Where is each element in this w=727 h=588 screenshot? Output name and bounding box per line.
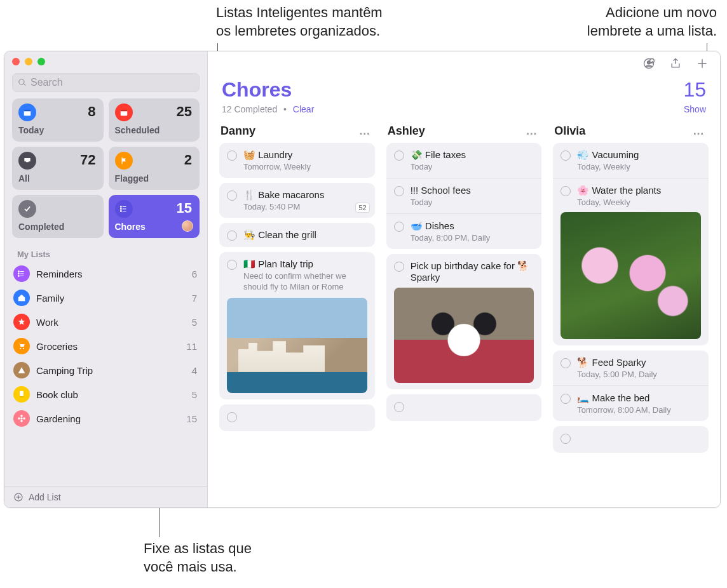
sidebar-list-item[interactable]: Camping Trip4 (4, 358, 207, 382)
add-list-button[interactable]: Add List (4, 486, 207, 507)
share-button[interactable] (669, 57, 682, 72)
checkbox[interactable] (227, 260, 237, 270)
calendar-today-icon (18, 104, 36, 121)
sidebar-list-label: Reminders (36, 269, 186, 279)
checkbox[interactable] (394, 150, 404, 161)
reminder-card[interactable]: 💸 File taxesToday (386, 143, 542, 178)
sidebar-list-item[interactable]: Gardening15 (4, 406, 207, 431)
reminder-card[interactable]: 🇮🇹 Plan Italy tripNeed to confirm whethe… (219, 252, 375, 399)
tray-icon (18, 152, 36, 170)
checkbox[interactable] (227, 190, 237, 201)
search-input[interactable]: Search (12, 73, 200, 92)
checkbox[interactable] (394, 402, 404, 412)
card-list: 🧺 LaundryTomorrow, Weekly🍴 Bake macarons… (219, 143, 375, 431)
smart-tile-completed[interactable]: Completed (12, 195, 104, 238)
reminder-card[interactable]: 🌸 Water the plantsToday, Weekly (553, 178, 709, 345)
smart-tile-flagged[interactable]: 2 Flagged (109, 147, 200, 190)
checkbox[interactable] (227, 150, 237, 161)
list-icon (115, 200, 133, 218)
reminder-card-group: 🐕 Feed SparkyToday, 5:00 PM, Daily🛏️ Mak… (553, 351, 709, 421)
shared-avatar-icon (182, 220, 193, 232)
minimize-window-button[interactable] (25, 58, 32, 65)
callout-add: Adicione um novo lembrete a uma lista. (526, 4, 717, 40)
sidebar-list-item[interactable]: Family7 (4, 286, 207, 310)
new-reminder-placeholder[interactable] (553, 426, 709, 453)
reminder-card[interactable]: 🐕 Feed SparkyToday, 5:00 PM, Daily (553, 351, 709, 385)
reminder-title: 🐕 Feed Sparky (577, 357, 646, 368)
smart-tile-label: Completed (18, 222, 97, 232)
reminder-card[interactable]: 🥣 DishesToday, 8:00 PM, Daily (386, 213, 542, 249)
reminder-card[interactable]: 🍴 Bake macaronsToday, 5:40 PM52 (219, 183, 375, 218)
reminder-card[interactable]: !!! School feesToday (386, 178, 542, 213)
sidebar-list-item[interactable]: Groceries11 (4, 334, 207, 358)
cart-icon (13, 338, 30, 354)
column: Olivia…💨 VacuumingToday, Weekly🌸 Water t… (553, 123, 709, 500)
share-people-button[interactable] (642, 57, 655, 72)
svg-point-18 (23, 417, 25, 420)
reminder-card[interactable]: 👨‍🍳 Clean the grill (219, 223, 375, 247)
reminder-card[interactable]: 💨 VacuumingToday, Weekly (553, 143, 709, 178)
smart-tile-today[interactable]: 8 Today (12, 98, 104, 142)
new-reminder-placeholder[interactable] (386, 394, 542, 421)
smart-tile-label: Flagged (115, 173, 194, 184)
checkbox[interactable] (561, 150, 571, 161)
sidebar-list-item[interactable]: Reminders6 (4, 262, 207, 286)
checkbox[interactable] (227, 412, 237, 422)
reminder-card[interactable]: 🛏️ Make the bedTomorrow, 8:00 AM, Daily (553, 385, 709, 421)
column-title: Ashley (388, 124, 425, 138)
column: Ashley…💸 File taxesToday!!! School feesT… (386, 123, 542, 500)
checkbox[interactable] (227, 231, 237, 241)
sidebar-list-count: 5 (192, 317, 197, 328)
checkmark-icon (18, 200, 36, 218)
column-more-button[interactable]: … (693, 124, 705, 138)
checkbox[interactable] (561, 434, 571, 444)
smart-tile-count: 2 (184, 152, 192, 168)
clear-completed-button[interactable]: Clear (293, 104, 314, 114)
sidebar-list-label: Book club (36, 389, 186, 400)
sidebar-list-count: 15 (186, 413, 197, 424)
svg-rect-12 (20, 391, 24, 396)
sidebar-list-label: Camping Trip (36, 365, 186, 376)
svg-point-14 (20, 417, 23, 420)
new-reminder-placeholder[interactable] (219, 404, 375, 431)
smart-tile-scheduled[interactable]: 25 Scheduled (109, 98, 200, 142)
smart-tile-all[interactable]: 72 All (12, 147, 104, 190)
svg-rect-1 (24, 110, 31, 111)
reminder-title: 🧺 Laundry (243, 149, 292, 161)
smart-tile-chores[interactable]: 15 Chores (109, 195, 200, 238)
checkbox[interactable] (394, 186, 404, 196)
share-icon (669, 57, 682, 70)
add-list-label: Add List (29, 492, 61, 502)
sidebar-list-item[interactable]: Book club5 (4, 382, 207, 406)
checkbox[interactable] (561, 186, 571, 196)
column-title: Danny (221, 124, 255, 138)
svg-point-11 (23, 348, 24, 349)
show-completed-button[interactable]: Show (684, 104, 706, 114)
svg-point-15 (20, 415, 23, 417)
reminder-card[interactable]: 🧺 LaundryTomorrow, Weekly (219, 143, 375, 178)
list-header: Chores 15 (208, 78, 720, 104)
column-more-button[interactable]: … (359, 124, 371, 138)
card-list: 💸 File taxesToday!!! School feesToday🥣 D… (386, 143, 542, 421)
tent-icon (13, 362, 30, 378)
reminder-title: !!! School fees (411, 185, 471, 196)
column-more-button[interactable]: … (526, 124, 538, 138)
checkbox[interactable] (394, 222, 404, 232)
close-window-button[interactable] (12, 58, 20, 65)
reminder-image (561, 212, 701, 339)
reminder-meta: Today, Weekly (577, 197, 701, 207)
sidebar: Search 8 Today 25 Scheduled (4, 51, 208, 507)
smart-tile-count: 8 (88, 104, 95, 120)
add-reminder-button[interactable] (696, 57, 709, 72)
checkbox[interactable] (561, 358, 571, 368)
column-header: Ashley… (386, 123, 542, 143)
app-window: Search 8 Today 25 Scheduled (4, 51, 721, 508)
reminder-card[interactable]: Pick up birthday cake for 🐕 Sparky (386, 254, 542, 389)
zoom-window-button[interactable] (37, 58, 45, 65)
sidebar-list-item[interactable]: Work5 (4, 310, 207, 334)
svg-point-16 (20, 420, 23, 422)
checkbox[interactable] (394, 262, 404, 272)
checkbox[interactable] (561, 394, 571, 404)
reminder-meta: Tomorrow, 8:00 AM, Daily (577, 405, 701, 415)
toolbar (208, 51, 720, 78)
